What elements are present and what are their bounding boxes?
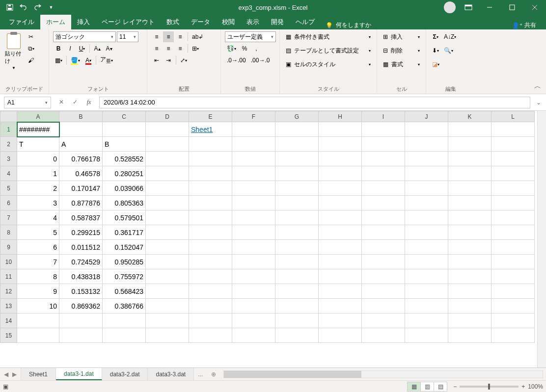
row-header-10[interactable]: 10 — [0, 255, 17, 269]
cell-C10[interactable]: 0.950285 — [103, 255, 146, 269]
cell-B3[interactable]: 0.766178 — [59, 152, 103, 166]
col-header-D[interactable]: D — [146, 111, 189, 122]
cell-F14[interactable] — [232, 314, 275, 328]
cell-C2[interactable]: B — [103, 137, 146, 152]
cell-J5[interactable] — [405, 181, 448, 196]
cell-A8[interactable]: 5 — [17, 225, 59, 240]
cell-L11[interactable] — [491, 269, 535, 284]
align-bottom-button[interactable]: ≡ — [175, 31, 186, 42]
col-header-C[interactable]: C — [103, 111, 146, 122]
bold-button[interactable]: B — [53, 43, 64, 54]
col-header-F[interactable]: F — [232, 111, 275, 122]
format-cells-button[interactable]: ▦書式▾ — [381, 59, 422, 70]
cell-A7[interactable]: 4 — [17, 210, 59, 225]
cell-E15[interactable] — [189, 328, 232, 343]
cell-F15[interactable] — [232, 328, 275, 343]
formula-input[interactable]: 2020/6/3 14:02:00 — [99, 97, 530, 108]
cell-F2[interactable] — [232, 137, 275, 152]
zoom-slider[interactable] — [460, 386, 519, 388]
cell-A1[interactable]: ######## — [17, 122, 59, 137]
cell-H8[interactable] — [319, 225, 362, 240]
cell-C8[interactable]: 0.361717 — [103, 225, 146, 240]
row-header-3[interactable]: 3 — [0, 152, 17, 166]
tab-page-layout[interactable]: ページ レイアウト — [96, 15, 161, 29]
cell-B11[interactable]: 0.438318 — [59, 269, 103, 284]
cell-I5[interactable] — [362, 181, 405, 196]
cell-B14[interactable] — [59, 314, 103, 328]
decrease-indent-button[interactable]: ⇤ — [151, 55, 162, 66]
row-header-1[interactable]: 1 — [0, 122, 17, 137]
zoom-level[interactable]: 100% — [528, 383, 543, 390]
cell-A3[interactable]: 0 — [17, 152, 59, 166]
cell-I1[interactable] — [362, 122, 405, 137]
cancel-formula-button[interactable]: ✕ — [55, 99, 68, 106]
cell-J2[interactable] — [405, 137, 448, 152]
col-header-E[interactable]: E — [189, 111, 232, 122]
cell-D3[interactable] — [146, 152, 189, 166]
cell-E12[interactable] — [189, 284, 232, 299]
cell-D12[interactable] — [146, 284, 189, 299]
cell-F1[interactable] — [232, 122, 275, 137]
enter-formula-button[interactable]: ✓ — [69, 99, 82, 106]
cell-J15[interactable] — [405, 328, 448, 343]
cell-E7[interactable] — [189, 210, 232, 225]
cell-I3[interactable] — [362, 152, 405, 166]
cell-L13[interactable] — [491, 299, 535, 314]
increase-indent-button[interactable]: ⇥ — [163, 55, 174, 66]
zoom-in-button[interactable]: + — [521, 383, 525, 390]
increase-decimal-button[interactable]: .0→.00 — [225, 55, 248, 66]
cell-C7[interactable]: 0.579501 — [103, 210, 146, 225]
cell-D8[interactable] — [146, 225, 189, 240]
cell-F5[interactable] — [232, 181, 275, 196]
cell-styles-button[interactable]: ▣セルのスタイル▾ — [284, 59, 373, 70]
cell-L10[interactable] — [491, 255, 535, 269]
cell-L8[interactable] — [491, 225, 535, 240]
tab-home[interactable]: ホーム — [40, 15, 71, 29]
cell-G11[interactable] — [275, 269, 319, 284]
decrease-decimal-button[interactable]: .00→.0 — [249, 55, 272, 66]
cell-A14[interactable] — [17, 314, 59, 328]
sheet-tab-data3-3[interactable]: data3-3.dat — [148, 368, 194, 380]
merge-button[interactable]: ⊞▾ — [190, 43, 201, 54]
cell-C3[interactable]: 0.528552 — [103, 152, 146, 166]
align-top-button[interactable]: ≡ — [151, 31, 162, 42]
cell-D15[interactable] — [146, 328, 189, 343]
insert-function-button[interactable]: fx — [82, 99, 95, 106]
sheet-tab-sheet1[interactable]: Sheet1 — [21, 368, 56, 380]
cell-A12[interactable]: 9 — [17, 284, 59, 299]
name-box[interactable]: A1▾ — [4, 97, 51, 108]
cell-C9[interactable]: 0.152047 — [103, 240, 146, 255]
row-header-13[interactable]: 13 — [0, 299, 17, 314]
new-sheet-button[interactable]: ⊕ — [207, 368, 220, 380]
borders-button[interactable]: ▦▾ — [53, 55, 64, 66]
cell-F9[interactable] — [232, 240, 275, 255]
cell-J1[interactable] — [405, 122, 448, 137]
sheet-prev-button[interactable]: ◀ — [4, 371, 8, 378]
cell-J14[interactable] — [405, 314, 448, 328]
cell-C4[interactable]: 0.280251 — [103, 166, 146, 181]
insert-cells-button[interactable]: ⊞挿入▾ — [381, 31, 422, 42]
cell-H10[interactable] — [319, 255, 362, 269]
collapse-ribbon-button[interactable]: ︿ — [534, 82, 541, 91]
horizontal-scrollbar[interactable] — [223, 370, 543, 378]
cell-F7[interactable] — [232, 210, 275, 225]
cell-B15[interactable] — [59, 328, 103, 343]
cell-C11[interactable]: 0.755972 — [103, 269, 146, 284]
tab-help[interactable]: ヘルプ — [290, 15, 321, 29]
cell-L3[interactable] — [491, 152, 535, 166]
underline-button[interactable]: U▾ — [77, 43, 87, 54]
accounting-format-button[interactable]: 💱▾ — [225, 43, 238, 54]
cell-D10[interactable] — [146, 255, 189, 269]
increase-font-button[interactable]: A▴ — [92, 43, 103, 54]
cell-L4[interactable] — [491, 166, 535, 181]
cell-G2[interactable] — [275, 137, 319, 152]
cell-B1[interactable] — [59, 122, 103, 137]
cell-B5[interactable]: 0.170147 — [59, 181, 103, 196]
col-header-L[interactable]: L — [491, 111, 535, 122]
share-button[interactable]: 👤⁺ 共有 — [505, 21, 543, 29]
col-header-J[interactable]: J — [405, 111, 448, 122]
cell-K8[interactable] — [448, 225, 491, 240]
sort-filter-button[interactable]: A↓Z▾ — [442, 31, 458, 42]
cell-G15[interactable] — [275, 328, 319, 343]
cell-G5[interactable] — [275, 181, 319, 196]
